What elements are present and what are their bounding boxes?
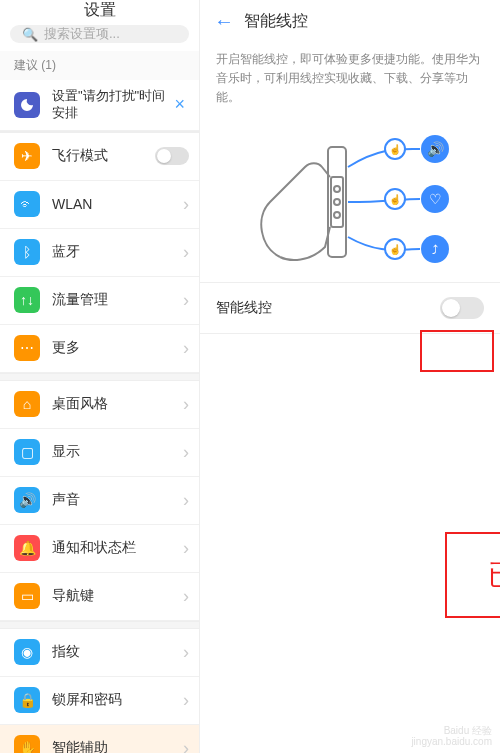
back-arrow-icon[interactable]: ← [214, 10, 234, 33]
chevron-right-icon: › [183, 690, 189, 711]
settings-left-pane: 设置 🔍 搜索设置项... 建议 (1) 设置"请勿打扰"时间安排 × ✈飞行模… [0, 0, 200, 753]
svg-point-4 [334, 212, 340, 218]
more-icon: ⋯ [14, 335, 40, 361]
separator [0, 621, 199, 629]
item-label: 智能辅助 [52, 739, 183, 753]
item-label: 显示 [52, 443, 183, 461]
illustration: ☝ ☝ ☝ 🔊 ♡ ⤴ [200, 122, 500, 282]
detail-description: 开启智能线控，即可体验更多便捷功能。使用华为音乐时，可利用线控实现收藏、下载、分… [200, 42, 500, 122]
chevron-right-icon: › [183, 338, 189, 359]
detail-title: 智能线控 [244, 11, 308, 32]
suggestion-text: 设置"请勿打扰"时间安排 [52, 88, 170, 122]
search-input[interactable]: 🔍 搜索设置项... [10, 25, 189, 43]
svg-point-3 [334, 199, 340, 205]
list-item[interactable]: ◉指纹› [0, 629, 199, 677]
suggestion-section-label: 建议 (1) [0, 51, 199, 80]
item-label: 桌面风格 [52, 395, 183, 413]
detail-right-pane: ← 智能线控 开启智能线控，即可体验更多便捷功能。使用华为音乐时，可利用线控实现… [200, 0, 500, 753]
list-item[interactable]: 🔒锁屏和密码› [0, 677, 199, 725]
list-item[interactable]: 🔔通知和状态栏› [0, 525, 199, 573]
svg-text:☝: ☝ [389, 243, 402, 256]
nav-icon: ▭ [14, 583, 40, 609]
smart-headset-switch-row: 智能线控 [200, 282, 500, 334]
svg-point-2 [334, 186, 340, 192]
annotation-box-toggle [420, 330, 494, 372]
switch-label: 智能线控 [216, 299, 272, 317]
list-item[interactable]: 🔊声音› [0, 477, 199, 525]
lock-icon: 🔒 [14, 687, 40, 713]
chevron-right-icon: › [183, 738, 189, 753]
bell-icon: 🔔 [14, 535, 40, 561]
search-placeholder: 搜索设置项... [44, 25, 120, 43]
item-label: 通知和状态栏 [52, 539, 183, 557]
list-item[interactable]: ↑↓流量管理› [0, 277, 199, 325]
item-label: WLAN [52, 196, 183, 212]
smart-headset-toggle[interactable] [440, 297, 484, 319]
item-label: 声音 [52, 491, 183, 509]
list-item[interactable]: ᯤWLAN› [0, 181, 199, 229]
annotation-label: 已关闭 [488, 556, 500, 594]
search-icon: 🔍 [22, 27, 38, 42]
annotation-label-box: 已关闭 [445, 532, 500, 618]
item-label: 锁屏和密码 [52, 691, 183, 709]
item-label: 蓝牙 [52, 243, 183, 261]
chevron-right-icon: › [183, 394, 189, 415]
item-label: 指纹 [52, 643, 183, 661]
fingerprint-icon: ◉ [14, 639, 40, 665]
settings-list: ✈飞行模式ᯤWLAN›ᛒ蓝牙›↑↓流量管理›⋯更多›⌂桌面风格›▢显示›🔊声音›… [0, 133, 199, 753]
chevron-right-icon: › [183, 442, 189, 463]
list-item[interactable]: ✋智能辅助› [0, 725, 199, 753]
list-item[interactable]: ⌂桌面风格› [0, 381, 199, 429]
svg-text:♡: ♡ [429, 191, 442, 207]
chevron-right-icon: › [183, 194, 189, 215]
data-icon: ↑↓ [14, 287, 40, 313]
moon-icon [14, 92, 40, 118]
airplane-icon: ✈ [14, 143, 40, 169]
svg-text:☝: ☝ [389, 143, 402, 156]
item-label: 更多 [52, 339, 183, 357]
hand-icon: ✋ [14, 735, 40, 753]
list-item[interactable]: ⋯更多› [0, 325, 199, 373]
item-label: 流量管理 [52, 291, 183, 309]
wifi-icon: ᯤ [14, 191, 40, 217]
list-item[interactable]: ▭导航键› [0, 573, 199, 621]
chevron-right-icon: › [183, 290, 189, 311]
item-label: 飞行模式 [52, 147, 155, 165]
display-icon: ▢ [14, 439, 40, 465]
chevron-right-icon: › [183, 490, 189, 511]
list-item[interactable]: ✈飞行模式 [0, 133, 199, 181]
bluetooth-icon: ᛒ [14, 239, 40, 265]
suggestion-item[interactable]: 设置"请勿打扰"时间安排 × [0, 80, 199, 131]
close-icon[interactable]: × [170, 94, 189, 115]
watermark: Baidu 经验 jingyan.baidu.com [411, 725, 492, 747]
settings-title: 设置 [0, 0, 199, 21]
home-icon: ⌂ [14, 391, 40, 417]
list-item[interactable]: ▢显示› [0, 429, 199, 477]
svg-rect-1 [331, 177, 343, 227]
chevron-right-icon: › [183, 538, 189, 559]
chevron-right-icon: › [183, 642, 189, 663]
list-item[interactable]: ᛒ蓝牙› [0, 229, 199, 277]
chevron-right-icon: › [183, 242, 189, 263]
item-label: 导航键 [52, 587, 183, 605]
svg-text:☝: ☝ [389, 193, 402, 206]
detail-header: ← 智能线控 [200, 0, 500, 42]
chevron-right-icon: › [183, 586, 189, 607]
separator [0, 373, 199, 381]
svg-text:⤴: ⤴ [432, 243, 438, 257]
toggle[interactable] [155, 147, 189, 165]
sound-icon: 🔊 [14, 487, 40, 513]
svg-text:🔊: 🔊 [427, 141, 445, 158]
